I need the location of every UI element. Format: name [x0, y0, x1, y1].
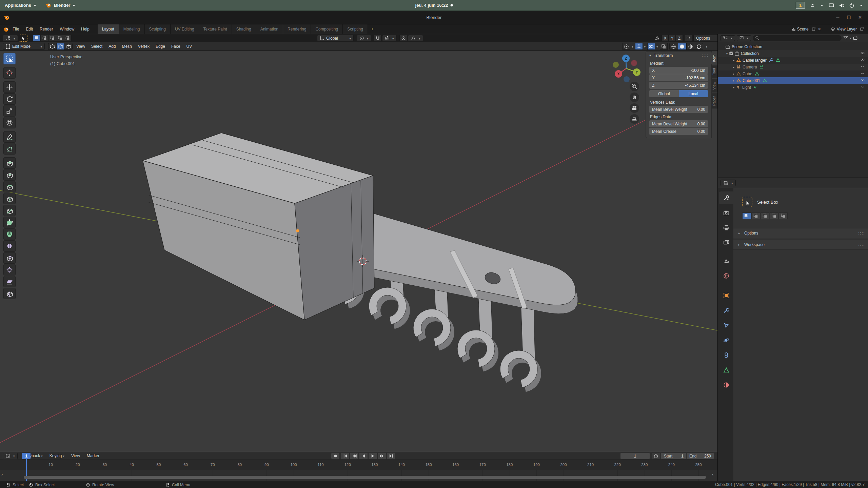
- menu-file[interactable]: File: [9, 24, 22, 34]
- panel-grip[interactable]: [858, 231, 865, 236]
- workspace-tab-sculpting[interactable]: Sculpting: [145, 24, 171, 34]
- volume-icon[interactable]: [839, 3, 844, 8]
- viewport-menu-vertex[interactable]: Vertex: [135, 43, 153, 50]
- transform-panel-header[interactable]: ▼ Transform: [646, 52, 711, 60]
- proportional-edit-icon[interactable]: [399, 35, 407, 41]
- prev-keyframe-icon[interactable]: [350, 453, 359, 459]
- shading-rendered-icon[interactable]: [695, 43, 703, 50]
- auto-keyframe-record-icon[interactable]: [331, 453, 340, 459]
- properties-editor-type-dropdown[interactable]: [721, 180, 736, 186]
- viewport-menu-uv[interactable]: UV: [183, 43, 195, 50]
- edge-crease-field[interactable]: Mean Crease0.00: [649, 128, 708, 135]
- triangle-down-icon[interactable]: ▾: [725, 52, 729, 55]
- chevron-down-icon[interactable]: [859, 3, 863, 7]
- mode-dropdown[interactable]: Edit Mode: [3, 43, 45, 50]
- tool-rip-region[interactable]: [3, 288, 16, 299]
- edge-bevel-weight-field[interactable]: Mean Bevel Weight0.00: [649, 120, 708, 127]
- tool-mode-intersect-icon[interactable]: [779, 212, 788, 219]
- sidebar-tab-paper[interactable]: Paper: [711, 93, 717, 108]
- next-keyframe-icon[interactable]: [377, 453, 386, 459]
- outliner-row-cube-001[interactable]: ▸Cube.001: [718, 77, 868, 84]
- vertex-bevel-weight-field[interactable]: Mean Bevel Weight0.00: [649, 106, 708, 113]
- select-mode-subtract-icon[interactable]: [48, 35, 56, 41]
- tool-bevel[interactable]: [3, 181, 16, 192]
- properties-tab-modifiers[interactable]: [719, 304, 733, 317]
- tool-edge-slide[interactable]: [3, 252, 16, 264]
- outliner-display-mode-dropdown[interactable]: [721, 35, 735, 41]
- workspace-tab-scripting[interactable]: Scripting: [343, 24, 368, 34]
- median-x-field[interactable]: X-100 cm: [649, 67, 708, 74]
- properties-tab-world[interactable]: [719, 269, 733, 282]
- select-mode-edge-icon[interactable]: [56, 43, 64, 50]
- outliner-row-cube[interactable]: ▸Cube: [718, 70, 868, 77]
- unlink-scene-icon[interactable]: ✕: [818, 27, 821, 32]
- viewport-3d-scene[interactable]: XYZ: [0, 51, 717, 452]
- view-menu[interactable]: View: [68, 453, 83, 458]
- applications-menu[interactable]: Applications: [0, 0, 41, 11]
- blender-logo-icon[interactable]: [0, 26, 9, 32]
- viewport-menu-edge[interactable]: Edge: [153, 43, 168, 50]
- eye-closed-icon[interactable]: [860, 72, 865, 76]
- triangle-right-icon[interactable]: ▸: [731, 72, 736, 76]
- add-workspace-button[interactable]: +: [368, 24, 377, 34]
- select-mode-face-icon[interactable]: [64, 43, 73, 50]
- eye-open-icon[interactable]: [860, 52, 865, 56]
- playhead-badge[interactable]: 1: [22, 453, 31, 459]
- active-tool-indicator[interactable]: [19, 35, 27, 41]
- tool-inset-faces[interactable]: [3, 169, 16, 181]
- tool-rotate[interactable]: [3, 93, 16, 105]
- select-mode-extend-icon[interactable]: [40, 35, 48, 41]
- outliner-search-input[interactable]: [753, 35, 842, 41]
- workspace-tab-uv-editing[interactable]: UV Editing: [171, 24, 199, 34]
- mirror-axis-z[interactable]: Z: [676, 35, 683, 41]
- properties-tab-output[interactable]: [719, 221, 733, 234]
- triangle-right-icon[interactable]: ▸: [731, 86, 736, 89]
- workspace-tab-texture-paint[interactable]: Texture Paint: [199, 24, 232, 34]
- eye-closed-icon[interactable]: [860, 85, 865, 89]
- menu-help[interactable]: Help: [78, 24, 93, 34]
- new-collection-icon[interactable]: [853, 36, 858, 41]
- checkbox-icon[interactable]: [729, 52, 733, 56]
- eye-open-icon[interactable]: [860, 58, 865, 62]
- tool-scale[interactable]: [3, 105, 16, 117]
- active-tool-dropdown[interactable]: [3, 35, 18, 41]
- properties-tab-material[interactable]: [719, 379, 733, 391]
- chevron-down-icon[interactable]: [655, 44, 658, 49]
- shading-solid-icon[interactable]: [678, 43, 686, 50]
- outliner-row-light[interactable]: ▸Light: [718, 84, 868, 91]
- close-icon[interactable]: ✕: [858, 15, 862, 20]
- tool-poly-build[interactable]: [3, 217, 16, 228]
- tool-annotate[interactable]: [3, 131, 16, 143]
- workspace-indicator[interactable]: 1: [796, 2, 805, 9]
- options-panel-header[interactable]: ▸ Options: [733, 228, 868, 238]
- shading-material-preview-icon[interactable]: [686, 43, 695, 50]
- marker-menu[interactable]: Marker: [83, 453, 103, 458]
- workspace-tab-modeling[interactable]: Modeling: [119, 24, 145, 34]
- play-reverse-icon[interactable]: [359, 453, 368, 459]
- workspace-tab-compositing[interactable]: Compositing: [311, 24, 343, 34]
- overlays-toggle[interactable]: [647, 43, 655, 50]
- frame-end-field[interactable]: End250: [687, 453, 714, 459]
- timeline-ruler[interactable]: 1020304050607080901001101201301401501601…: [0, 460, 717, 470]
- tool-knife[interactable]: [3, 205, 16, 216]
- sidebar-tab-view[interactable]: View: [711, 79, 717, 93]
- tool-mode-subtract-icon[interactable]: [761, 212, 769, 219]
- median-z-field[interactable]: Z-45.134 cm: [649, 82, 708, 89]
- expand-left-icon[interactable]: ›: [1, 472, 3, 477]
- global-option[interactable]: Global: [649, 90, 679, 97]
- properties-tab-object-data[interactable]: [719, 364, 733, 377]
- sidebar-tab-item[interactable]: Item: [711, 52, 717, 64]
- xray-toggle[interactable]: [660, 43, 668, 50]
- tool-mode-invert-icon[interactable]: [770, 212, 778, 219]
- keying-menu[interactable]: Keying: [46, 453, 68, 458]
- workspace-tab-animation[interactable]: Animation: [256, 24, 283, 34]
- tool-measure[interactable]: [3, 143, 16, 155]
- blender-app-menu[interactable]: Blender: [41, 0, 80, 11]
- viewport-menu-face[interactable]: Face: [168, 43, 183, 50]
- viewport-menu-view[interactable]: View: [73, 43, 88, 50]
- chevron-down-icon[interactable]: [820, 3, 824, 7]
- scene-selector[interactable]: Scene: [789, 26, 810, 33]
- menu-render[interactable]: Render: [36, 24, 56, 34]
- eye-open-icon[interactable]: [860, 79, 865, 83]
- jump-start-icon[interactable]: [341, 453, 350, 459]
